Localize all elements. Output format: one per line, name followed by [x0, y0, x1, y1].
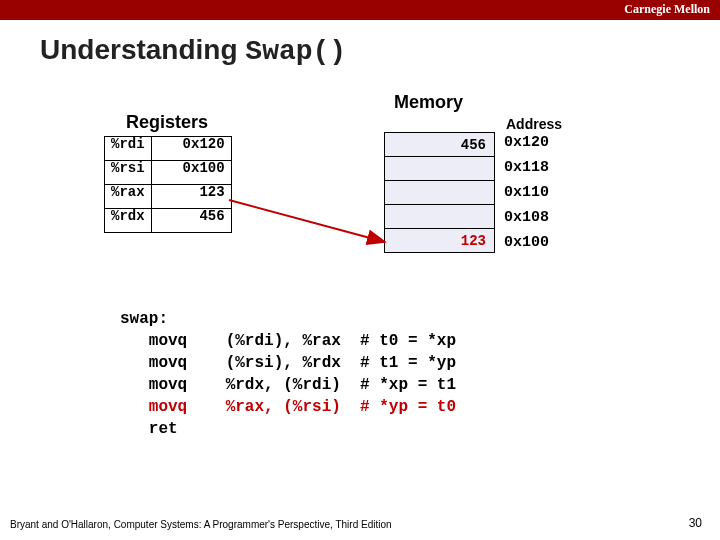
register-value: 456 — [151, 209, 231, 233]
code-args: (%rsi), %rdx — [226, 354, 341, 372]
top-bar — [0, 0, 720, 20]
memory-cell: 456 — [385, 133, 495, 157]
svg-line-0 — [229, 200, 385, 242]
page-number: 30 — [689, 516, 702, 530]
register-row: %rsi0x100 — [105, 161, 232, 185]
title-prefix: Understanding — [40, 34, 245, 65]
memory-address: 0x100 — [504, 234, 549, 251]
code-args: %rax, (%rsi) — [226, 398, 341, 416]
register-value: 0x120 — [151, 137, 231, 161]
registers-heading: Registers — [126, 112, 208, 133]
register-value: 0x100 — [151, 161, 231, 185]
address-heading: Address — [506, 116, 562, 132]
code-comment: # t1 = *yp — [360, 354, 456, 372]
register-name: %rdi — [105, 137, 152, 161]
arrow-rax-to-mem — [215, 140, 405, 260]
slide-title: Understanding Swap() — [40, 34, 346, 67]
code-comment: # *xp = t1 — [360, 376, 456, 394]
code-args: (%rdi), %rax — [226, 332, 341, 350]
memory-table: 456 123 — [384, 132, 495, 253]
memory-heading: Memory — [394, 92, 463, 113]
code-instr: ret — [149, 420, 178, 438]
code-args: %rdx, (%rdi) — [226, 376, 341, 394]
memory-address: 0x118 — [504, 159, 549, 176]
title-func: Swap() — [245, 36, 346, 67]
memory-address: 0x108 — [504, 209, 549, 226]
memory-cell: 123 — [385, 229, 495, 253]
register-row: %rdi0x120 — [105, 137, 232, 161]
code-instr: movq — [149, 398, 187, 416]
code-comment: # *yp = t0 — [360, 398, 456, 416]
memory-address: 0x120 — [504, 134, 549, 151]
code-block: swap: movq (%rdi), %rax # t0 = *xp movq … — [120, 308, 456, 440]
code-instr: movq — [149, 354, 187, 372]
register-row: %rax123 — [105, 185, 232, 209]
register-value: 123 — [151, 185, 231, 209]
memory-cell — [385, 181, 495, 205]
code-comment: # t0 = *xp — [360, 332, 456, 350]
code-label: swap: — [120, 310, 168, 328]
code-instr: movq — [149, 332, 187, 350]
institution-label: Carnegie Mellon — [624, 2, 710, 17]
registers-table: %rdi0x120 %rsi0x100 %rax123 %rdx456 — [104, 136, 232, 233]
register-name: %rdx — [105, 209, 152, 233]
register-name: %rax — [105, 185, 152, 209]
memory-cell — [385, 205, 495, 229]
footer-text: Bryant and O'Hallaron, Computer Systems:… — [10, 519, 392, 530]
memory-address: 0x110 — [504, 184, 549, 201]
register-row: %rdx456 — [105, 209, 232, 233]
register-name: %rsi — [105, 161, 152, 185]
code-instr: movq — [149, 376, 187, 394]
memory-cell — [385, 157, 495, 181]
